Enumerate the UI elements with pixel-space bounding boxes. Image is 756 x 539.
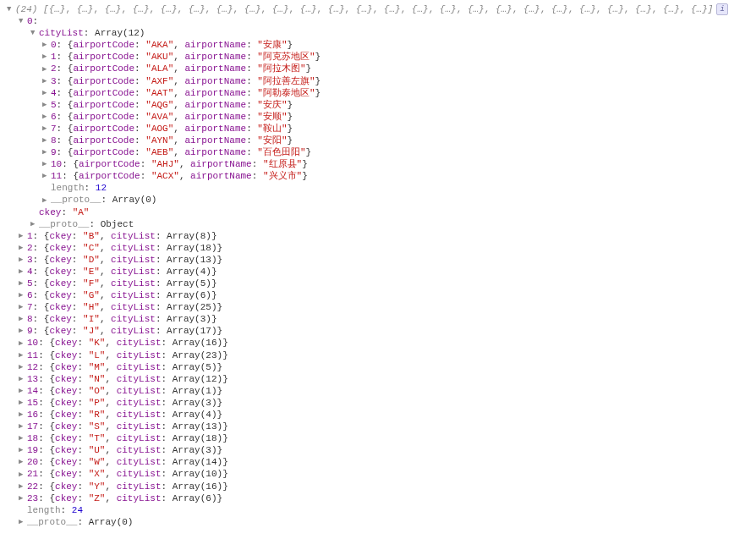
expand-arrow-icon[interactable] (42, 123, 51, 135)
array-item-19[interactable]: 19: {ckey: "U", cityList: Array(3)} (7, 444, 749, 456)
city-item-0[interactable]: 0: {airportCode: "AKA", airportName: "安康… (7, 39, 749, 51)
array-item-4[interactable]: 4: {ckey: "E", cityList: Array(4)} (7, 266, 749, 278)
city-item-3[interactable]: 3: {airportCode: "AXF", airportName: "阿拉… (7, 75, 749, 87)
expand-arrow-icon[interactable] (19, 361, 27, 373)
expand-arrow-icon[interactable] (19, 481, 27, 492)
city-item-10[interactable]: 10: {airportCode: "AHJ", airportName: "红… (7, 158, 749, 170)
expand-arrow-icon[interactable] (42, 195, 51, 206)
array-item-12[interactable]: 12: {ckey: "M", cityList: Array(5)} (7, 361, 749, 373)
array-item-21[interactable]: 21: {ckey: "X", cityList: Array(10)} (7, 468, 749, 480)
city-item-4[interactable]: 4: {airportCode: "AAT", airportName: "阿勒… (7, 87, 749, 99)
expand-arrow-icon[interactable] (19, 516, 27, 528)
expand-arrow-icon[interactable] (19, 338, 27, 349)
expand-arrow-icon[interactable] (42, 39, 51, 51)
expand-arrow-icon[interactable] (30, 218, 39, 230)
array-item-7[interactable]: 7: {ckey: "H", cityList: Array(25)} (7, 301, 749, 313)
expand-arrow-icon[interactable] (19, 254, 27, 266)
array-count: 24 (21, 4, 32, 14)
expand-arrow-icon[interactable] (19, 349, 27, 361)
expand-arrow-icon[interactable] (42, 51, 51, 63)
array-item-13[interactable]: 13: {ckey: "N", cityList: Array(12)} (7, 373, 749, 385)
array-item-18[interactable]: 18: {ckey: "T", cityList: Array(18)} (7, 432, 749, 444)
expand-arrow-icon[interactable] (42, 135, 51, 146)
array-item-17[interactable]: 17: {ckey: "S", cityList: Array(13)} (7, 421, 749, 432)
expand-arrow-icon[interactable] (19, 409, 27, 421)
citylist-proto[interactable]: __proto__: Array(0) (7, 194, 749, 206)
expand-arrow-icon[interactable] (42, 158, 51, 170)
array-item-0[interactable]: 0: (7, 15, 749, 27)
citylist-property[interactable]: cityList: Array(12) (7, 27, 749, 39)
array-item-22[interactable]: 22: {ckey: "Y", cityList: Array(16)} (7, 481, 749, 492)
array-item-15[interactable]: 15: {ckey: "P", cityList: Array(3)} (7, 397, 749, 409)
array-item-16[interactable]: 16: {ckey: "R", cityList: Array(4)} (7, 409, 749, 421)
city-item-6[interactable]: 6: {airportCode: "AVA", airportName: "安顺… (7, 111, 749, 123)
expand-arrow-icon[interactable] (7, 3, 15, 15)
info-badge-icon[interactable] (716, 3, 728, 15)
expand-arrow-icon[interactable] (42, 170, 51, 182)
city-item-8[interactable]: 8: {airportCode: "AYN", airportName: "安阳… (7, 135, 749, 146)
expand-arrow-icon[interactable] (19, 456, 27, 468)
ckey-property: ckey: "A" (7, 206, 749, 218)
expand-arrow-icon[interactable] (42, 87, 51, 99)
expand-arrow-icon[interactable] (19, 432, 27, 444)
array-item-6[interactable]: 6: {ckey: "G", cityList: Array(6)} (7, 289, 749, 301)
array-item-14[interactable]: 14: {ckey: "O", cityList: Array(1)} (7, 385, 749, 397)
expand-arrow-icon[interactable] (19, 15, 27, 27)
expand-arrow-icon[interactable] (19, 313, 27, 325)
expand-arrow-icon[interactable] (19, 242, 27, 254)
expand-arrow-icon[interactable] (19, 444, 27, 456)
city-item-11[interactable]: 11: {airportCode: "ACX", airportName: "兴… (7, 170, 749, 182)
expand-arrow-icon[interactable] (42, 75, 51, 87)
expand-arrow-icon[interactable] (19, 469, 27, 481)
city-item-5[interactable]: 5: {airportCode: "AQG", airportName: "安庆… (7, 99, 749, 111)
expand-arrow-icon[interactable] (19, 230, 27, 242)
array-item-9[interactable]: 9: {ckey: "J", cityList: Array(17)} (7, 325, 749, 337)
city-item-2[interactable]: 2: {airportCode: "ALA", airportName: "阿拉… (7, 63, 749, 74)
array-item-1[interactable]: 1: {ckey: "B", cityList: Array(8)} (7, 230, 749, 242)
city-item-7[interactable]: 7: {airportCode: "AOG", airportName: "鞍山… (7, 123, 749, 135)
array-item-2[interactable]: 2: {ckey: "C", cityList: Array(18)} (7, 242, 749, 254)
array-item-10[interactable]: 10: {ckey: "K", cityList: Array(16)} (7, 337, 749, 349)
expand-arrow-icon[interactable] (42, 99, 51, 111)
expand-arrow-icon[interactable] (42, 146, 51, 158)
root-array[interactable]: (24) [{…}, {…}, {…}, {…}, {…}, {…}, {…},… (7, 3, 749, 15)
expand-arrow-icon[interactable] (19, 397, 27, 409)
array-item-23[interactable]: 23: {ckey: "Z", cityList: Array(6)} (7, 492, 749, 504)
array-item-20[interactable]: 20: {ckey: "W", cityList: Array(14)} (7, 456, 749, 468)
expand-arrow-icon[interactable] (42, 111, 51, 123)
expand-arrow-icon[interactable] (19, 266, 27, 278)
expand-arrow-icon[interactable] (19, 325, 27, 337)
expand-arrow-icon[interactable] (19, 301, 27, 313)
city-item-9[interactable]: 9: {airportCode: "AEB", airportName: "百色… (7, 146, 749, 158)
expand-arrow-icon[interactable] (19, 289, 27, 301)
expand-arrow-icon[interactable] (19, 421, 27, 432)
item0-proto[interactable]: __proto__: Object (7, 218, 749, 230)
array-item-5[interactable]: 5: {ckey: "F", cityList: Array(5)} (7, 278, 749, 289)
array-item-3[interactable]: 3: {ckey: "D", cityList: Array(13)} (7, 254, 749, 266)
array-item-8[interactable]: 8: {ckey: "I", cityList: Array(3)} (7, 313, 749, 325)
root-length: length: 24 (7, 504, 749, 516)
citylist-length: length: 12 (7, 182, 749, 194)
expand-arrow-icon[interactable] (42, 63, 51, 75)
expand-arrow-icon[interactable] (30, 27, 39, 39)
city-item-1[interactable]: 1: {airportCode: "AKU", airportName: "阿克… (7, 51, 749, 63)
expand-arrow-icon[interactable] (19, 385, 27, 397)
root-proto[interactable]: __proto__: Array(0) (7, 516, 749, 528)
expand-arrow-icon[interactable] (19, 373, 27, 385)
expand-arrow-icon[interactable] (19, 492, 27, 504)
expand-arrow-icon[interactable] (19, 278, 27, 289)
array-item-11[interactable]: 11: {ckey: "L", cityList: Array(23)} (7, 349, 749, 361)
